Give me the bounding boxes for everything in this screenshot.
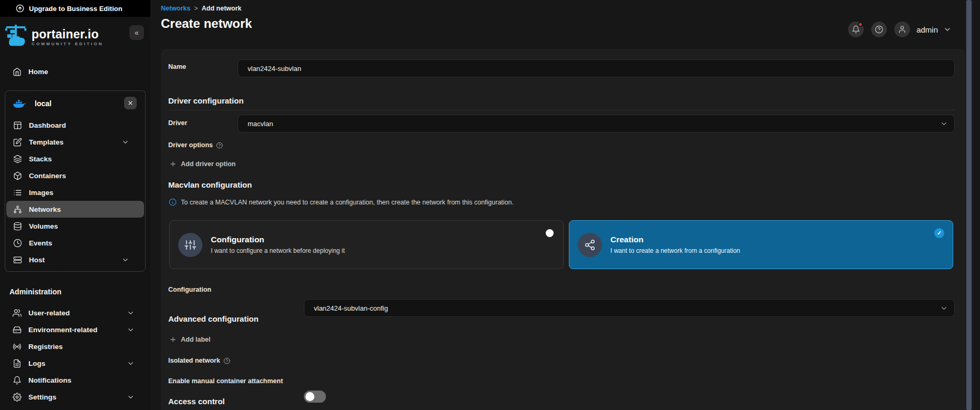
- sidebar-item-label: Templates: [29, 138, 64, 146]
- dashboard-icon: [13, 121, 22, 130]
- networks-icon: [13, 205, 22, 214]
- sidebar-item-label: Registries: [28, 343, 63, 351]
- chevron-down-icon[interactable]: [943, 25, 952, 34]
- name-label: Name: [168, 63, 186, 70]
- home-icon: [13, 67, 22, 76]
- logo-subtitle: COMMUNITY EDITION: [32, 42, 104, 46]
- macvlan-info-text: To create a MACVLAN network you need to …: [181, 199, 514, 206]
- help-button[interactable]: [871, 22, 887, 37]
- creation-option-card[interactable]: Creation I want to create a network from…: [569, 220, 953, 269]
- card-description: I want to configure a network before dep…: [211, 247, 345, 254]
- environment-header[interactable]: local: [5, 94, 145, 113]
- events-icon: [13, 239, 22, 248]
- scrollbar-thumb[interactable]: [966, 0, 972, 410]
- add-label-label: Add label: [181, 336, 210, 343]
- driver-select[interactable]: macvlan: [238, 115, 955, 132]
- sidebar-item-label: Images: [29, 189, 54, 197]
- volumes-icon: [13, 222, 22, 231]
- sidebar-item-registries[interactable]: Registries: [0, 338, 150, 355]
- sidebar-item-host[interactable]: Host: [5, 251, 145, 268]
- sidebar-item-label: Host: [29, 256, 45, 264]
- stacks-icon: [13, 155, 22, 163]
- sidebar-item-label: Notifications: [28, 376, 72, 384]
- card-text: Creation I want to create a network from…: [610, 235, 740, 254]
- administration-section-title: Administration: [9, 288, 150, 296]
- macvlan-configuration-section-title: Macvlan configuration: [168, 180, 955, 194]
- environment-block: local Dashboard Templates Stacks Cont: [5, 90, 146, 272]
- chevron-down-icon: [121, 256, 129, 264]
- sidebar-item-events[interactable]: Events: [5, 234, 145, 251]
- scrollbar-track[interactable]: [965, 0, 973, 410]
- create-network-form: Name Driver configuration Driver macvlan…: [161, 49, 965, 410]
- sidebar-item-label: Home: [28, 68, 48, 76]
- name-input[interactable]: [238, 59, 955, 77]
- advanced-configuration-section-title: Advanced configuration: [168, 314, 955, 328]
- templates-icon: [13, 138, 22, 147]
- sidebar-item-networks[interactable]: Networks: [6, 201, 144, 218]
- environment-name: local: [35, 99, 52, 108]
- plus-icon: [169, 160, 177, 168]
- sidebar-item-volumes[interactable]: Volumes: [5, 218, 145, 234]
- upgrade-label: Upgrade to Business Edition: [29, 5, 122, 13]
- images-icon: [13, 188, 22, 197]
- environment-close-button[interactable]: [124, 97, 137, 109]
- sidebar-collapse-button[interactable]: «: [129, 25, 144, 40]
- radio-selected-icon[interactable]: ✓: [934, 228, 944, 238]
- plus-icon: [169, 336, 177, 343]
- driver-label: Driver: [168, 119, 187, 127]
- sidebar-item-templates[interactable]: Templates: [5, 134, 145, 150]
- sidebar-item-logs[interactable]: Logs: [0, 355, 150, 372]
- users-icon: [13, 309, 22, 317]
- sidebar-item-stacks[interactable]: Stacks: [5, 150, 145, 167]
- sidebar-item-containers[interactable]: Containers: [5, 167, 145, 184]
- logo[interactable]: portainer.io COMMUNITY EDITION: [0, 17, 150, 50]
- chevron-down-icon: [127, 360, 135, 367]
- portainer-logo-icon: [4, 23, 28, 50]
- breadcrumb-separator: >: [194, 5, 198, 12]
- sidebar-item-notifications[interactable]: Notifications: [0, 372, 150, 388]
- environment-icon: [13, 325, 22, 334]
- sidebar-item-settings[interactable]: Settings: [0, 388, 150, 405]
- sliders-icon: [185, 239, 196, 251]
- card-icon-circle: [178, 233, 202, 257]
- help-icon: [875, 25, 883, 34]
- host-icon: [13, 255, 22, 264]
- sidebar-item-home[interactable]: Home: [0, 63, 150, 80]
- sidebar-item-user-related[interactable]: User-related: [0, 304, 150, 321]
- user-menu-label[interactable]: admin: [916, 25, 938, 34]
- sidebar-item-label: Environment-related: [28, 326, 97, 334]
- sidebar-item-label: Networks: [29, 206, 61, 213]
- containers-icon: [13, 171, 22, 180]
- avatar[interactable]: [894, 22, 910, 37]
- driver-options-label: Driver options: [168, 141, 223, 149]
- page-title: Create network: [161, 16, 252, 31]
- sidebar-item-label: User-related: [28, 309, 70, 317]
- upgrade-banner[interactable]: Upgrade to Business Edition: [0, 0, 150, 17]
- logo-text: portainer.io COMMUNITY EDITION: [32, 28, 104, 46]
- help-icon[interactable]: [216, 142, 223, 149]
- notifications-button[interactable]: [848, 22, 864, 37]
- header-controls: admin: [841, 22, 952, 37]
- add-driver-option-button[interactable]: Add driver option: [169, 160, 236, 168]
- docker-icon: [13, 98, 27, 109]
- sidebar-item-images[interactable]: Images: [5, 184, 145, 201]
- configuration-option-card[interactable]: Configuration I want to configure a netw…: [169, 220, 564, 269]
- chevron-down-icon: [121, 138, 129, 146]
- help-icon[interactable]: [223, 357, 230, 364]
- driver-select-value: macvlan: [248, 120, 273, 128]
- driver-configuration-section-title: Driver configuration: [168, 96, 955, 110]
- add-label-button[interactable]: Add label: [169, 336, 210, 343]
- radio-unselected-icon[interactable]: [546, 229, 554, 237]
- manual-attachment-label: Enable manual container attachment: [168, 377, 283, 385]
- sidebar-item-dashboard[interactable]: Dashboard: [5, 117, 145, 134]
- breadcrumb-networks-link[interactable]: Networks: [161, 5, 190, 12]
- chevron-down-icon: [127, 309, 135, 317]
- sidebar: portainer.io COMMUNITY EDITION « Home lo…: [0, 17, 150, 410]
- sidebar-item-environment-related[interactable]: Environment-related: [0, 321, 150, 338]
- gear-icon: [13, 393, 22, 402]
- sidebar-item-label: Dashboard: [29, 121, 66, 129]
- configuration-select-value: vlan2424-subvlan-config: [314, 304, 388, 312]
- add-driver-option-label: Add driver option: [181, 160, 236, 168]
- chevron-down-icon: [127, 393, 135, 401]
- sidebar-item-label: Containers: [29, 172, 66, 180]
